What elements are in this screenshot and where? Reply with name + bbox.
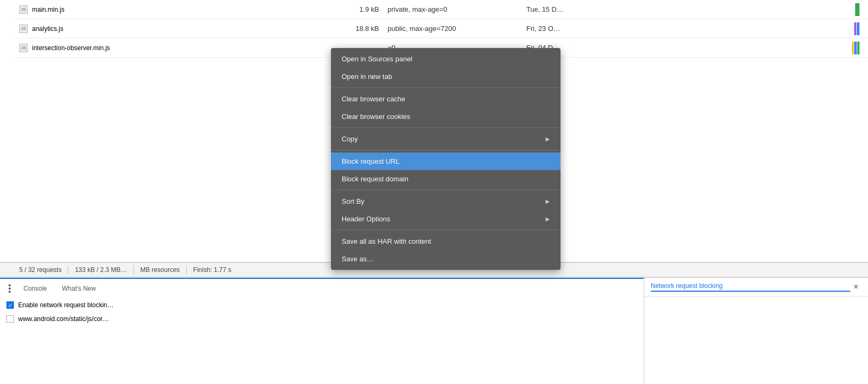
menu-item-clear-cookies[interactable]: Clear browser cookies (331, 108, 561, 125)
tab-whats-new[interactable]: What's New (56, 283, 102, 294)
table-row[interactable]: JS analytics.js 18.8 kB public, max-age=… (15, 19, 868, 38)
tab-console[interactable]: Console (17, 283, 53, 294)
resources-label: MB resources (140, 266, 180, 274)
menu-section-3: Copy ▶ (331, 128, 561, 150)
transfer-ellipsis: … (121, 266, 127, 274)
blocking-panel-title: Network request blocking (651, 282, 850, 292)
table-row[interactable]: JS main.min.js 1.9 kB private, max-age=0… (15, 0, 868, 19)
menu-item-block-domain[interactable]: Block request domain (331, 170, 561, 188)
status-divider (68, 266, 68, 274)
col-cache: public, max-age=7200 (388, 25, 526, 33)
menu-item-open-sources[interactable]: Open in Sources panel (331, 50, 561, 68)
blocking-item-2[interactable]: www.android.com/static/js/cor… (0, 312, 644, 326)
menu-item-header-options[interactable]: Header Options ▶ (331, 210, 561, 228)
copy-submenu-arrow: ▶ (546, 136, 550, 142)
blocking-label-1: Enable network request blockin… (18, 301, 114, 309)
menu-section-2: Clear browser cache Clear browser cookie… (331, 88, 561, 128)
checkbox-empty[interactable] (6, 315, 14, 323)
file-icon: JS (19, 5, 28, 14)
menu-item-block-url[interactable]: Block request URL (331, 153, 561, 170)
blocking-header: Network request blocking × (644, 278, 868, 297)
left-panel: Console What's New ✓ Enable network requ… (0, 278, 644, 384)
status-divider (186, 266, 187, 274)
menu-section-6: Save all as HAR with content Save as… (331, 230, 561, 270)
menu-item-copy[interactable]: Copy ▶ (331, 130, 561, 148)
col-date: Fri, 23 O… (526, 25, 622, 33)
file-name: intersection-observer.min.js (32, 44, 110, 52)
menu-item-clear-cache[interactable]: Clear browser cache (331, 90, 561, 108)
blocking-close-button[interactable]: × (850, 281, 862, 293)
menu-section-5: Sort By ▶ Header Options ▶ (331, 190, 561, 230)
dot (9, 284, 11, 286)
finish-time: Finish: 1.77 s (193, 266, 231, 274)
blocking-item-1[interactable]: ✓ Enable network request blockin… (0, 298, 644, 312)
status-divider (133, 266, 134, 274)
console-bar: Console What's New (0, 278, 644, 298)
col-size: 18.8 kB (313, 25, 388, 33)
col-waterfall (622, 42, 864, 54)
file-name: main.min.js (32, 6, 65, 13)
dot (9, 287, 11, 290)
console-dots-menu[interactable] (4, 283, 15, 294)
file-icon: JS (19, 44, 28, 52)
requests-count: 5 / 32 requests (19, 266, 61, 274)
sort-by-arrow: ▶ (546, 198, 550, 204)
col-size: 1.9 kB (313, 5, 388, 13)
blocking-label-2: www.android.com/static/js/cor… (18, 315, 109, 323)
menu-item-open-tab[interactable]: Open in new tab (331, 68, 561, 85)
file-name: analytics.js (32, 25, 64, 33)
dot (9, 291, 11, 293)
menu-item-sort-by[interactable]: Sort By ▶ (331, 193, 561, 210)
menu-item-save-as[interactable]: Save as… (331, 250, 561, 268)
menu-section-1: Open in Sources panel Open in new tab (331, 48, 561, 88)
col-waterfall (622, 3, 864, 16)
header-options-arrow: ▶ (546, 216, 550, 222)
col-waterfall (622, 22, 864, 35)
col-date: Tue, 15 D… (526, 5, 622, 13)
checkbox-checked[interactable]: ✓ (6, 301, 14, 309)
right-panel: Network request blocking × (644, 278, 868, 384)
menu-section-4: Block request URL Block request domain (331, 150, 561, 190)
file-icon: JS (19, 25, 28, 33)
transfer-size: 133 kB / 2.3 MB (75, 266, 120, 274)
bottom-area: Console What's New ✓ Enable network requ… (0, 277, 868, 384)
context-menu: Open in Sources panel Open in new tab Cl… (331, 48, 561, 270)
col-cache: private, max-age=0 (388, 5, 526, 13)
menu-item-save-har[interactable]: Save all as HAR with content (331, 233, 561, 250)
